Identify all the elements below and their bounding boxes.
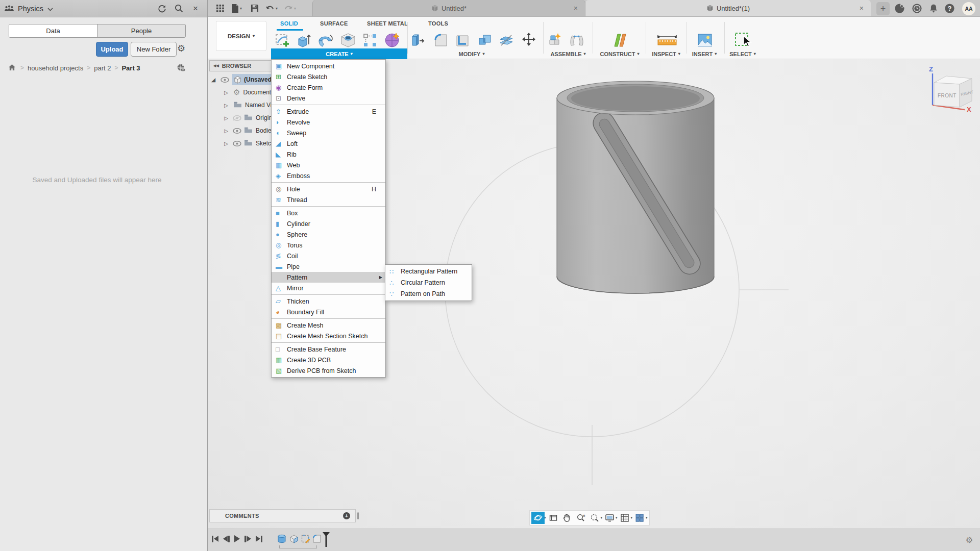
create-form-icon[interactable]: [382, 31, 402, 49]
menu-item-derive[interactable]: ⊡Derive: [272, 93, 385, 104]
menu-item-create-mesh[interactable]: ▩Create Mesh: [272, 320, 385, 331]
visibility-eye-off-icon[interactable]: [233, 115, 241, 121]
hole-icon[interactable]: [338, 31, 358, 49]
undo-caret-icon[interactable]: ▾: [276, 6, 278, 11]
timeline-settings-gear-icon[interactable]: ⚙: [966, 535, 973, 545]
notifications-bell-icon[interactable]: [928, 3, 939, 14]
tab-solid[interactable]: SOLID: [280, 20, 298, 27]
undo-icon[interactable]: [265, 3, 275, 13]
move-copy-icon[interactable]: [519, 31, 538, 49]
menu-item-emboss[interactable]: ◈Emboss: [272, 170, 385, 181]
home-icon[interactable]: [8, 64, 16, 72]
new-tab-button[interactable]: +: [876, 2, 890, 15]
create-sketch-icon[interactable]: [273, 31, 292, 49]
web-view-globe-eye-icon[interactable]: [177, 63, 186, 75]
split-body-icon[interactable]: [497, 31, 516, 49]
group-label-select[interactable]: SELECT▾: [718, 48, 767, 59]
step-back-button[interactable]: [223, 536, 230, 542]
viewports-button[interactable]: [633, 512, 646, 524]
menu-item-circular-pattern[interactable]: ∴ Circular Pattern: [385, 277, 472, 288]
tab-tools[interactable]: TOOLS: [428, 20, 448, 27]
upload-button[interactable]: Upload: [96, 42, 128, 57]
search-icon[interactable]: [174, 4, 184, 14]
menu-item-rectangular-pattern[interactable]: ∷ Rectangular Pattern: [385, 266, 472, 277]
visibility-eye-icon[interactable]: [233, 128, 241, 134]
menu-item-create-form[interactable]: ◉Create Form: [272, 82, 385, 93]
root-component-selected[interactable]: (Unsaved): [232, 74, 277, 85]
collapsed-triangle-icon[interactable]: ▷: [222, 141, 230, 146]
menu-item-coil[interactable]: ≶Coil: [272, 251, 385, 261]
tab-surface[interactable]: SURFACE: [320, 20, 348, 27]
menu-item-thread[interactable]: ≋Thread: [272, 194, 385, 205]
menu-item-sweep[interactable]: ◖Sweep: [272, 128, 385, 138]
step-forward-button[interactable]: [244, 536, 251, 542]
tab-people[interactable]: People: [97, 24, 185, 37]
timeline-feature-cylinder[interactable]: [276, 533, 287, 544]
menu-item-revolve[interactable]: ◗Revolve: [272, 117, 385, 128]
file-menu-caret-icon[interactable]: ▾: [240, 6, 242, 11]
close-tab-icon[interactable]: ×: [860, 4, 864, 12]
file-menu-icon[interactable]: [230, 3, 240, 13]
menu-item-create-3d-pcb[interactable]: ▦Create 3D PCB: [272, 355, 385, 365]
revolve-icon[interactable]: [315, 31, 335, 49]
pan-button[interactable]: [560, 512, 574, 524]
comments-resize-handle[interactable]: [357, 512, 359, 519]
tab-data[interactable]: Data: [9, 24, 97, 37]
mug-body[interactable]: [557, 81, 714, 293]
job-status-clock-icon[interactable]: [911, 3, 922, 14]
menu-item-web[interactable]: ▦Web: [272, 160, 385, 170]
menu-item-hole[interactable]: ◎HoleH: [272, 184, 385, 194]
insert-image-icon[interactable]: [695, 31, 715, 49]
zoom-button[interactable]: ±: [574, 512, 587, 524]
redo-icon[interactable]: [283, 3, 293, 13]
menu-item-pipe[interactable]: ▬Pipe: [272, 261, 385, 272]
go-to-end-button[interactable]: [256, 536, 262, 542]
timeline-feature-combine[interactable]: [288, 533, 300, 544]
timeline-feature-fillet[interactable]: [311, 533, 323, 544]
new-folder-button[interactable]: New Folder: [131, 42, 177, 57]
browser-item-origin[interactable]: ▷Origin: [222, 112, 272, 124]
construct-plane-icon[interactable]: [610, 31, 629, 49]
look-at-button[interactable]: [547, 512, 560, 524]
timeline-position-marker[interactable]: [322, 532, 330, 548]
group-label-assemble[interactable]: ASSEMBLE▾: [540, 48, 597, 59]
menu-item-boundary-fill[interactable]: ◕Boundary Fill: [272, 307, 385, 317]
display-settings-button[interactable]: [603, 512, 616, 524]
extensions-icon[interactable]: [894, 3, 905, 14]
timeline-feature-sketch[interactable]: [300, 533, 311, 544]
fillet-icon[interactable]: [431, 31, 451, 49]
document-tab-inactive[interactable]: Untitled* ×: [312, 0, 585, 16]
menu-item-torus[interactable]: ◎Torus: [272, 240, 385, 251]
grid-settings-button[interactable]: [618, 512, 631, 524]
group-label-create[interactable]: CREATE▾: [271, 48, 407, 59]
menu-item-mirror[interactable]: △Mirror: [272, 283, 385, 293]
menu-item-pattern-on-path[interactable]: ∵ Pattern on Path: [385, 288, 472, 299]
collapse-browser-icon[interactable]: ◀◀: [213, 64, 219, 68]
expanded-triangle-icon[interactable]: ◢: [209, 77, 217, 83]
visibility-eye-icon[interactable]: [220, 77, 229, 83]
menu-item-extrude[interactable]: ⇧ExtrudeE: [272, 106, 385, 117]
breadcrumb-item[interactable]: household projects: [28, 64, 83, 72]
group-label-modify[interactable]: MODIFY▾: [443, 48, 501, 59]
collapsed-triangle-icon[interactable]: ▷: [222, 128, 230, 134]
document-tab-active[interactable]: Untitled*(1) ×: [585, 0, 871, 16]
tab-sheet-metal[interactable]: SHEET METAL: [367, 20, 408, 27]
browser-panel-header[interactable]: ◀◀ BROWSER: [209, 60, 281, 71]
user-avatar[interactable]: AA: [962, 2, 975, 15]
collapsed-triangle-icon[interactable]: ▷: [222, 115, 230, 121]
shell-icon[interactable]: [453, 31, 472, 49]
combine-icon[interactable]: [476, 31, 495, 49]
menu-item-derive-pcb-from-sketch[interactable]: ▧Derive PCB from Sketch: [272, 365, 385, 376]
menu-item-create-mesh-section-sketch[interactable]: ▤Create Mesh Section Sketch: [272, 331, 385, 341]
close-tab-icon[interactable]: ×: [574, 4, 578, 12]
close-panel-icon[interactable]: ×: [190, 4, 201, 14]
play-button[interactable]: [234, 535, 240, 542]
menu-item-cylinder[interactable]: ▮Cylinder: [272, 218, 385, 229]
collapsed-triangle-icon[interactable]: ▷: [222, 90, 230, 95]
rectangular-pattern-icon[interactable]: [360, 31, 380, 49]
menu-item-loft[interactable]: ◢Loft: [272, 138, 385, 149]
menu-item-rib[interactable]: ◣Rib: [272, 149, 385, 160]
comments-bar[interactable]: COMMENTS +: [209, 509, 356, 522]
view-cube[interactable]: Z X FRONT RIGHT: [914, 60, 980, 117]
visibility-eye-icon[interactable]: [233, 141, 241, 146]
